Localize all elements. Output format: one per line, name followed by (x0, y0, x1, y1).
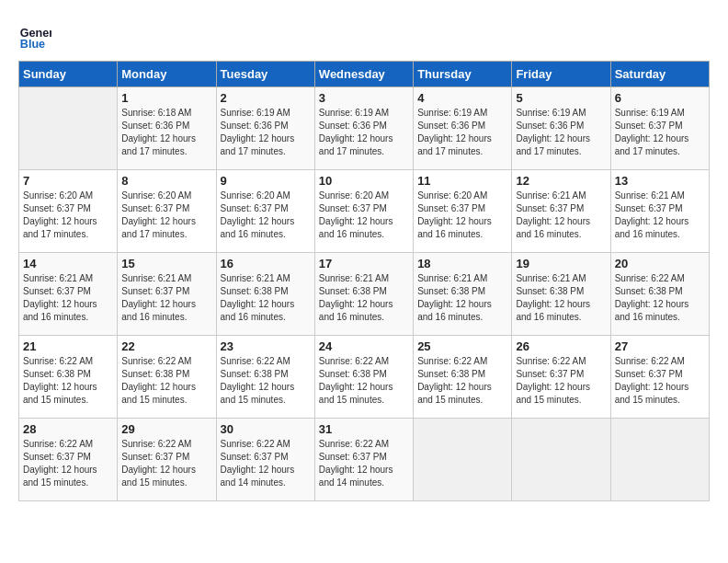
calendar-cell: 16Sunrise: 6:21 AM Sunset: 6:38 PM Dayli… (216, 253, 314, 336)
day-info: Sunrise: 6:22 AM Sunset: 6:38 PM Dayligh… (417, 355, 507, 407)
day-number: 25 (417, 339, 507, 353)
calendar-cell: 9Sunrise: 6:20 AM Sunset: 6:37 PM Daylig… (216, 170, 314, 253)
day-info: Sunrise: 6:22 AM Sunset: 6:37 PM Dayligh… (319, 438, 409, 489)
day-number: 16 (221, 257, 311, 270)
day-info: Sunrise: 6:20 AM Sunset: 6:37 PM Dayligh… (221, 190, 311, 241)
calendar-cell: 6Sunrise: 6:19 AM Sunset: 6:37 PM Daylig… (610, 87, 709, 170)
day-info: Sunrise: 6:20 AM Sunset: 6:37 PM Dayligh… (417, 190, 507, 241)
calendar-cell: 13Sunrise: 6:21 AM Sunset: 6:37 PM Dayli… (610, 170, 709, 253)
calendar-cell: 18Sunrise: 6:21 AM Sunset: 6:38 PM Dayli… (414, 253, 512, 336)
day-info: Sunrise: 6:22 AM Sunset: 6:38 PM Dayligh… (319, 355, 409, 407)
day-number: 31 (319, 422, 409, 436)
day-of-week-header: Sunday (19, 62, 118, 87)
calendar-cell: 1Sunrise: 6:18 AM Sunset: 6:36 PM Daylig… (118, 87, 216, 170)
day-number: 7 (23, 174, 113, 188)
day-info: Sunrise: 6:20 AM Sunset: 6:37 PM Dayligh… (23, 190, 113, 241)
day-number: 22 (121, 339, 211, 353)
calendar-cell: 31Sunrise: 6:22 AM Sunset: 6:37 PM Dayli… (314, 419, 413, 501)
calendar-cell: 29Sunrise: 6:22 AM Sunset: 6:37 PM Dayli… (118, 419, 216, 501)
day-number: 21 (23, 339, 113, 353)
day-of-week-header: Thursday (414, 62, 512, 87)
calendar-week-row: 7Sunrise: 6:20 AM Sunset: 6:37 PM Daylig… (19, 170, 710, 253)
day-info: Sunrise: 6:22 AM Sunset: 6:37 PM Dayligh… (516, 355, 606, 407)
day-number: 18 (417, 257, 507, 270)
day-number: 4 (417, 91, 507, 105)
calendar-cell: 20Sunrise: 6:22 AM Sunset: 6:38 PM Dayli… (610, 253, 709, 336)
day-of-week-header: Monday (118, 62, 216, 87)
calendar-week-row: 14Sunrise: 6:21 AM Sunset: 6:37 PM Dayli… (19, 253, 710, 336)
logo: General Blue (18, 18, 55, 52)
day-of-week-header: Wednesday (314, 62, 413, 87)
calendar-week-row: 1Sunrise: 6:18 AM Sunset: 6:36 PM Daylig… (19, 87, 710, 170)
day-info: Sunrise: 6:22 AM Sunset: 6:37 PM Dayligh… (23, 438, 113, 489)
calendar-week-row: 21Sunrise: 6:22 AM Sunset: 6:38 PM Dayli… (19, 336, 710, 419)
day-number: 28 (23, 422, 113, 436)
calendar-header-row: SundayMondayTuesdayWednesdayThursdayFrid… (19, 62, 710, 87)
calendar-cell: 12Sunrise: 6:21 AM Sunset: 6:37 PM Dayli… (512, 170, 610, 253)
calendar-cell: 5Sunrise: 6:19 AM Sunset: 6:36 PM Daylig… (512, 87, 610, 170)
day-number: 26 (516, 339, 606, 353)
calendar-cell: 25Sunrise: 6:22 AM Sunset: 6:38 PM Dayli… (414, 336, 512, 419)
calendar-week-row: 28Sunrise: 6:22 AM Sunset: 6:37 PM Dayli… (19, 419, 710, 501)
day-info: Sunrise: 6:19 AM Sunset: 6:36 PM Dayligh… (417, 107, 507, 158)
day-info: Sunrise: 6:21 AM Sunset: 6:37 PM Dayligh… (516, 190, 606, 241)
calendar-cell: 17Sunrise: 6:21 AM Sunset: 6:38 PM Dayli… (314, 253, 413, 336)
day-info: Sunrise: 6:19 AM Sunset: 6:36 PM Dayligh… (516, 107, 606, 158)
day-info: Sunrise: 6:21 AM Sunset: 6:38 PM Dayligh… (417, 272, 507, 324)
calendar-cell: 27Sunrise: 6:22 AM Sunset: 6:37 PM Dayli… (610, 336, 709, 419)
day-number: 23 (221, 339, 311, 353)
day-info: Sunrise: 6:19 AM Sunset: 6:36 PM Dayligh… (221, 107, 311, 158)
day-info: Sunrise: 6:20 AM Sunset: 6:37 PM Dayligh… (319, 190, 409, 241)
day-number: 5 (516, 91, 606, 105)
day-number: 29 (121, 422, 211, 436)
day-number: 20 (615, 257, 705, 270)
day-number: 14 (23, 257, 113, 270)
day-number: 12 (516, 174, 606, 188)
day-info: Sunrise: 6:19 AM Sunset: 6:36 PM Dayligh… (319, 107, 409, 158)
day-info: Sunrise: 6:21 AM Sunset: 6:38 PM Dayligh… (221, 272, 311, 324)
calendar-cell: 19Sunrise: 6:21 AM Sunset: 6:38 PM Dayli… (512, 253, 610, 336)
day-number: 19 (516, 257, 606, 270)
calendar-cell (610, 419, 709, 501)
day-number: 1 (121, 91, 211, 105)
day-info: Sunrise: 6:21 AM Sunset: 6:37 PM Dayligh… (121, 272, 211, 324)
day-info: Sunrise: 6:18 AM Sunset: 6:36 PM Dayligh… (121, 107, 211, 158)
calendar-cell: 11Sunrise: 6:20 AM Sunset: 6:37 PM Dayli… (414, 170, 512, 253)
day-of-week-header: Saturday (610, 62, 709, 87)
calendar-cell: 2Sunrise: 6:19 AM Sunset: 6:36 PM Daylig… (216, 87, 314, 170)
day-number: 13 (615, 174, 705, 188)
day-number: 11 (417, 174, 507, 188)
day-number: 24 (319, 339, 409, 353)
calendar-cell: 30Sunrise: 6:22 AM Sunset: 6:37 PM Dayli… (216, 419, 314, 501)
calendar-cell: 7Sunrise: 6:20 AM Sunset: 6:37 PM Daylig… (19, 170, 118, 253)
day-number: 27 (615, 339, 705, 353)
day-info: Sunrise: 6:22 AM Sunset: 6:38 PM Dayligh… (23, 355, 113, 407)
day-info: Sunrise: 6:22 AM Sunset: 6:37 PM Dayligh… (121, 438, 211, 489)
logo-icon: General Blue (18, 18, 51, 52)
day-number: 8 (121, 174, 211, 188)
calendar-cell (512, 419, 610, 501)
page-header: General Blue (18, 18, 710, 52)
day-of-week-header: Tuesday (216, 62, 314, 87)
calendar-cell: 21Sunrise: 6:22 AM Sunset: 6:38 PM Dayli… (19, 336, 118, 419)
svg-text:Blue: Blue (20, 38, 45, 51)
calendar-cell: 10Sunrise: 6:20 AM Sunset: 6:37 PM Dayli… (314, 170, 413, 253)
calendar-cell: 15Sunrise: 6:21 AM Sunset: 6:37 PM Dayli… (118, 253, 216, 336)
day-info: Sunrise: 6:21 AM Sunset: 6:37 PM Dayligh… (23, 272, 113, 324)
day-info: Sunrise: 6:22 AM Sunset: 6:37 PM Dayligh… (615, 355, 705, 407)
day-number: 6 (615, 91, 705, 105)
calendar-cell (414, 419, 512, 501)
day-of-week-header: Friday (512, 62, 610, 87)
day-number: 30 (221, 422, 311, 436)
day-info: Sunrise: 6:20 AM Sunset: 6:37 PM Dayligh… (121, 190, 211, 241)
calendar-cell (19, 87, 118, 170)
calendar-cell: 28Sunrise: 6:22 AM Sunset: 6:37 PM Dayli… (19, 419, 118, 501)
day-info: Sunrise: 6:21 AM Sunset: 6:38 PM Dayligh… (516, 272, 606, 324)
day-number: 10 (319, 174, 409, 188)
day-number: 2 (221, 91, 311, 105)
day-number: 3 (319, 91, 409, 105)
calendar-cell: 23Sunrise: 6:22 AM Sunset: 6:38 PM Dayli… (216, 336, 314, 419)
day-number: 9 (221, 174, 311, 188)
calendar-table: SundayMondayTuesdayWednesdayThursdayFrid… (18, 61, 710, 501)
calendar-cell: 26Sunrise: 6:22 AM Sunset: 6:37 PM Dayli… (512, 336, 610, 419)
